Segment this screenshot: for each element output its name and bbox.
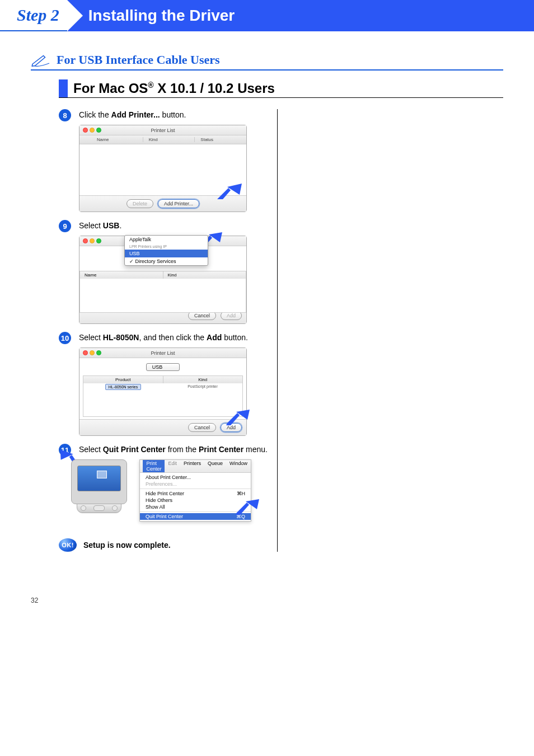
svg-marker-8 — [236, 503, 249, 515]
menu-print-center[interactable]: Print Center — [143, 460, 165, 472]
step-9-bold: USB — [103, 221, 120, 230]
step-11-bold1: Quit Print Center — [103, 445, 166, 454]
step-10-mid: , and then click the — [139, 333, 207, 342]
window-title: Printer List — [79, 128, 246, 133]
step-11-post: menu. — [243, 445, 268, 454]
step-10-post: button. — [222, 333, 248, 342]
option-directory-services[interactable]: ✓ Directory Services — [125, 257, 208, 265]
step-11-mid: from the — [166, 445, 199, 454]
step-8-text: Click the Add Printer... button. — [79, 109, 271, 120]
col-name: Name — [80, 271, 163, 279]
step-11-text: Select Quit Print Center from the Print … — [79, 444, 271, 455]
window-title: Printer List — [79, 350, 246, 356]
arrow-pointer-icon — [217, 184, 242, 199]
subheading-suffix: X 10.1 / 10.2 Users — [154, 81, 275, 96]
step-11-bold2: Print Center — [199, 445, 243, 454]
col-kind: Kind — [143, 137, 195, 142]
step-9: 9 Select USB. AppleTalk LPR Printers — [59, 220, 271, 324]
svg-marker-0 — [217, 188, 231, 199]
step-header: Step 2 Installing the Driver — [0, 0, 534, 31]
page-number: 32 — [0, 597, 534, 604]
screenshot-select-hl8050n: Printer List USB Product Kind HL-8050N s… — [79, 348, 247, 436]
step-8: 8 Click the Add Printer... button. Print… — [59, 109, 271, 212]
step-10-bold1: HL-8050N — [103, 333, 139, 342]
arrow-pointer-icon — [225, 410, 250, 425]
menu-item-hide-pc-label: Hide Print Center — [146, 491, 184, 496]
col-kind: Kind — [163, 376, 243, 383]
left-column: 8 Click the Add Printer... button. Print… — [59, 109, 277, 552]
step-9-text: Select USB. — [79, 220, 271, 231]
row-kind: PostScript printer — [163, 383, 242, 391]
delete-button[interactable]: Delete — [127, 199, 153, 208]
window-traffic-lights — [83, 128, 101, 133]
step-8-post: button. — [160, 110, 186, 119]
monitor-illustration — [67, 459, 132, 513]
step-9-post: . — [119, 221, 121, 230]
menu-edit[interactable]: Edit — [165, 460, 180, 472]
step-11-pre: Select — [79, 445, 103, 454]
cancel-button[interactable]: Cancel — [188, 423, 216, 432]
option-lpr[interactable]: LPR Printers using IP — [125, 243, 208, 250]
step-number-label: Step 2 — [0, 0, 67, 31]
menu-item-quit-label: Quit Print Center — [146, 514, 183, 519]
step-title: Installing the Driver — [83, 0, 534, 31]
section-heading: For USB Interface Cable Users — [31, 53, 503, 67]
arrow-pointer-icon — [235, 499, 259, 515]
svg-marker-4 — [226, 413, 240, 425]
option-usb[interactable]: USB — [125, 250, 208, 257]
col-name: Name — [91, 137, 143, 142]
option-appletalk[interactable]: AppleTalk — [125, 236, 208, 243]
subheading-prefix: For Mac OS — [73, 81, 148, 96]
menu-item-hide-print-center[interactable]: Hide Print Center⌘H — [140, 490, 251, 497]
step-9-number: 9 — [59, 220, 71, 232]
pen-writing-icon — [31, 53, 51, 67]
menu-item-about[interactable]: About Print Center... — [140, 474, 251, 481]
section-heading-text: For USB Interface Cable Users — [57, 53, 220, 67]
col-status: Status — [195, 137, 246, 142]
step-10-pre: Select — [79, 333, 103, 342]
step-8-number: 8 — [59, 109, 71, 121]
menu-printers[interactable]: Printers — [180, 460, 204, 472]
menu-queue[interactable]: Queue — [204, 460, 226, 472]
menu-item-hide-pc-shortcut: ⌘H — [237, 491, 246, 496]
step-10: 10 Select HL-8050N, and then click the A… — [59, 332, 271, 436]
step-arrow — [67, 0, 83, 31]
step-9-pre: Select — [79, 221, 103, 230]
setup-complete-row: OK! Setup is now complete. — [59, 538, 271, 552]
screenshot-select-usb: AppleTalk LPR Printers using IP USB ✓ Di… — [79, 236, 247, 324]
col-product: Product — [83, 376, 163, 383]
usb-select[interactable]: USB — [146, 363, 180, 371]
step-8-bold: Add Printer... — [111, 110, 160, 119]
ok-badge-icon: OK! — [59, 538, 77, 552]
subheading: For Mac OS® X 10.1 / 10.2 Users — [73, 79, 275, 97]
step-10-number: 10 — [59, 332, 71, 344]
screenshot-printer-list-empty: Printer List Name Kind Status Delete Add… — [79, 125, 247, 212]
add-printer-button[interactable]: Add Printer... — [158, 199, 199, 208]
window-traffic-lights — [83, 350, 101, 355]
subheading-block: For Mac OS® X 10.1 / 10.2 Users — [59, 79, 503, 98]
step-10-bold2: Add — [207, 333, 222, 342]
section-underline — [31, 69, 503, 71]
step-11: 11 Select Quit Print Center from the Pri… — [59, 444, 271, 522]
printer-list-row[interactable]: HL-8050N series PostScript printer — [83, 383, 242, 391]
menu-item-preferences: Preferences... — [140, 481, 251, 487]
menu-item-preferences-label: Preferences... — [146, 481, 177, 487]
row-product: HL-8050N series — [105, 384, 142, 390]
menu-item-show-all-label: Show All — [146, 504, 165, 510]
setup-complete-text: Setup is now complete. — [83, 541, 171, 550]
subheading-reg: ® — [148, 81, 153, 90]
menu-window[interactable]: Window — [226, 460, 251, 472]
connection-dropdown[interactable]: AppleTalk LPR Printers using IP USB ✓ Di… — [124, 235, 208, 266]
column-divider — [277, 109, 278, 552]
step-8-pre: Click the — [79, 110, 111, 119]
step-10-text: Select HL-8050N, and then click the Add … — [79, 332, 271, 343]
menu-item-hide-others-label: Hide Others — [146, 497, 172, 503]
window-traffic-lights — [83, 238, 101, 243]
menu-item-about-label: About Print Center... — [146, 475, 191, 480]
col-kind: Kind — [163, 271, 246, 279]
subheading-bar — [59, 79, 68, 97]
